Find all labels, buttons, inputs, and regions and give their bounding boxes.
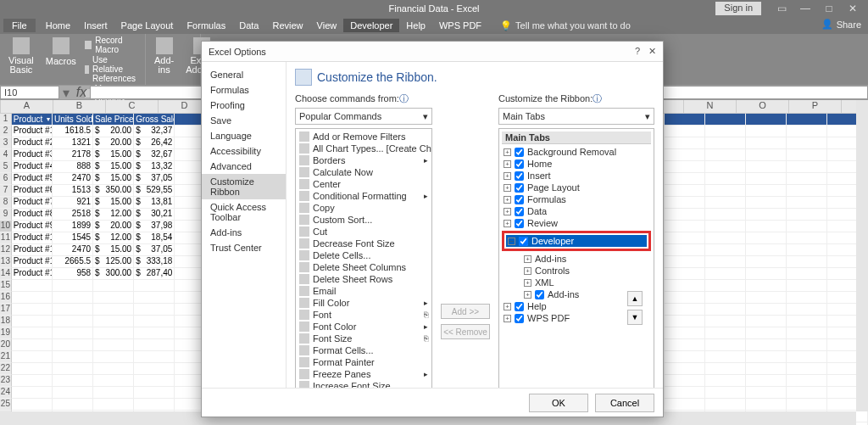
cell[interactable]: Product #7 — [12, 197, 53, 209]
vertical-scrollbar[interactable] — [856, 100, 868, 411]
tab-page-layout[interactable]: Page Layout — [114, 19, 181, 32]
cell[interactable] — [12, 316, 53, 327]
cell[interactable] — [665, 173, 705, 185]
expand-icon[interactable]: + — [524, 267, 531, 275]
cell[interactable] — [705, 375, 746, 387]
cell[interactable]: 2665.5 — [53, 256, 93, 268]
cell[interactable] — [665, 339, 705, 351]
fx-icon[interactable]: fx — [73, 85, 90, 100]
category-customize-ribbon[interactable]: Customize Ribbon — [202, 174, 286, 199]
info-icon[interactable]: ⓘ — [399, 93, 409, 103]
cell[interactable] — [134, 339, 175, 351]
cell[interactable] — [746, 209, 787, 221]
cell[interactable] — [665, 304, 705, 316]
cell[interactable] — [787, 351, 827, 363]
cell[interactable] — [705, 363, 746, 375]
cell[interactable]: 1618.5 — [53, 126, 93, 137]
cell[interactable]: $12.00 — [93, 209, 134, 221]
cell[interactable]: 1321 — [53, 137, 93, 149]
visual-basic-button[interactable]: Visual Basic — [5, 36, 37, 76]
cell[interactable] — [665, 149, 705, 161]
command-item[interactable]: Delete Cells... — [298, 249, 430, 261]
cell[interactable] — [665, 244, 705, 256]
cell[interactable]: $37,05 — [134, 173, 175, 185]
tree-node[interactable]: +Formulas — [502, 193, 651, 205]
cell[interactable]: $15.00 — [93, 149, 134, 161]
cell[interactable] — [787, 232, 827, 244]
cell[interactable] — [705, 244, 746, 256]
name-box[interactable] — [0, 86, 59, 99]
cell[interactable] — [12, 292, 53, 304]
cell[interactable] — [746, 232, 787, 244]
cell[interactable] — [665, 268, 705, 280]
cell[interactable]: $20.00 — [93, 137, 134, 149]
cell[interactable] — [705, 351, 746, 363]
remove-button[interactable]: << Remove — [441, 324, 490, 339]
command-item[interactable]: Increase Font Size — [298, 380, 430, 388]
cell[interactable] — [134, 316, 175, 327]
cell[interactable] — [705, 185, 746, 197]
cell[interactable] — [93, 327, 134, 339]
cell[interactable] — [705, 197, 746, 209]
cell[interactable] — [93, 375, 134, 387]
category-proofing[interactable]: Proofing — [202, 98, 286, 113]
row-header[interactable]: 12 — [0, 244, 12, 256]
cell[interactable] — [705, 399, 746, 411]
cell[interactable]: $37,05 — [134, 244, 175, 256]
expand-icon[interactable]: + — [524, 255, 531, 263]
cancel-button[interactable]: Cancel — [595, 394, 654, 412]
tab-file[interactable]: File — [3, 19, 36, 32]
use-relative-button[interactable]: Use Relative References — [85, 55, 140, 83]
cell[interactable]: $13,81 — [134, 197, 175, 209]
cell[interactable] — [12, 399, 53, 411]
expand-icon[interactable]: + — [524, 279, 531, 287]
cell[interactable] — [93, 399, 134, 411]
cell[interactable] — [746, 304, 787, 316]
cell[interactable] — [134, 387, 175, 399]
cell[interactable]: $333,18 — [134, 256, 175, 268]
row-header[interactable]: 17 — [0, 304, 12, 316]
tree-node[interactable]: +Insert — [502, 170, 651, 182]
cell[interactable]: Product #9 — [12, 221, 53, 232]
cell[interactable] — [787, 327, 827, 339]
cell[interactable]: $30,21 — [134, 209, 175, 221]
move-up-button[interactable]: ▲ — [627, 291, 643, 306]
row-header[interactable]: 14 — [0, 268, 12, 280]
expand-icon[interactable]: + — [504, 184, 511, 192]
cell[interactable] — [93, 280, 134, 292]
cell[interactable] — [746, 339, 787, 351]
tree-checkbox[interactable] — [515, 195, 524, 204]
cell[interactable]: $37,98 — [134, 221, 175, 232]
cell[interactable] — [665, 114, 705, 126]
expand-icon[interactable]: + — [504, 220, 511, 227]
row-header[interactable]: 1 — [0, 114, 12, 126]
cell[interactable]: $12.00 — [93, 232, 134, 244]
cell[interactable] — [665, 197, 705, 209]
cell[interactable]: 2518 — [53, 209, 93, 221]
category-advanced[interactable]: Advanced — [202, 159, 286, 174]
tree-checkbox[interactable] — [515, 302, 524, 311]
cell[interactable] — [705, 114, 746, 126]
command-item[interactable]: Email — [298, 285, 430, 297]
command-item[interactable]: Conditional Formatting▸ — [298, 190, 430, 202]
addins-button[interactable]: Add- ins — [151, 36, 177, 76]
cell[interactable] — [787, 244, 827, 256]
cell[interactable]: Product #12 — [12, 256, 53, 268]
command-item[interactable]: All Chart Types... [Create Chart] — [298, 143, 430, 154]
expand-icon[interactable]: + — [524, 291, 531, 299]
cell[interactable] — [705, 339, 746, 351]
row-header[interactable]: 18 — [0, 316, 12, 327]
cell[interactable]: $350.00 — [93, 185, 134, 197]
cell[interactable] — [665, 137, 705, 149]
commands-listbox[interactable]: Add or Remove FiltersAll Chart Types... … — [295, 128, 432, 388]
expand-icon[interactable]: + — [504, 208, 511, 215]
category-formulas[interactable]: Formulas — [202, 82, 286, 98]
cell[interactable] — [787, 209, 827, 221]
cell[interactable]: $18,54 — [134, 232, 175, 244]
expand-icon[interactable]: + — [504, 148, 511, 156]
cell[interactable] — [787, 316, 827, 327]
cell[interactable] — [665, 221, 705, 232]
expand-icon[interactable]: + — [504, 172, 511, 180]
cell[interactable] — [134, 280, 175, 292]
command-item[interactable]: Font⎘ — [298, 309, 430, 321]
